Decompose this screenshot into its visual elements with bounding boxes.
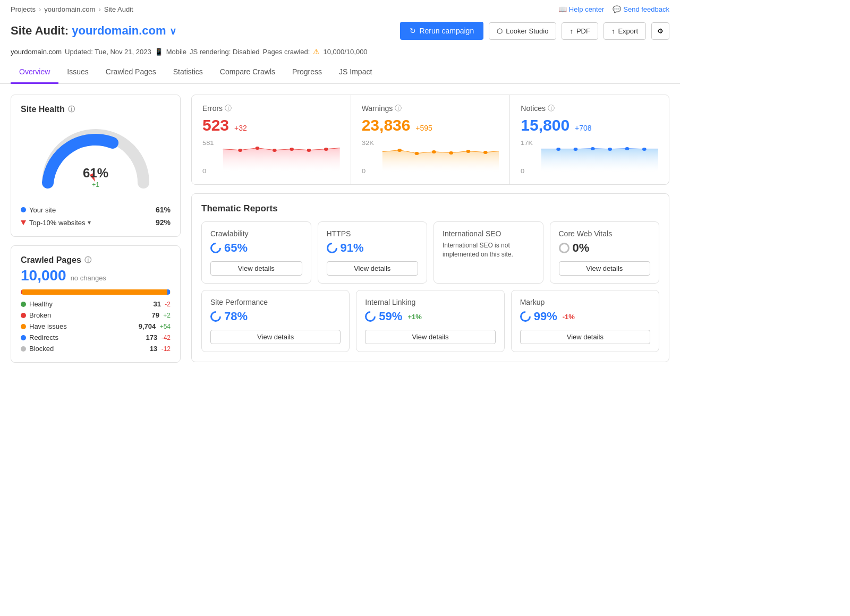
errors-card: Errors ⓘ 523 +32 581: [192, 95, 351, 184]
pb-blocked: [170, 289, 171, 295]
cl-healthy: Healthy 31 -2: [21, 300, 171, 308]
crawled-progress-bar: [21, 289, 171, 295]
main-content: Site Health ⓘ 61% +1: [0, 84, 680, 373]
warnings-value: 23,836: [362, 116, 411, 134]
svg-text:0: 0: [202, 168, 206, 174]
site-health-info-icon[interactable]: ⓘ: [68, 105, 75, 114]
errors-info-icon[interactable]: ⓘ: [225, 104, 232, 113]
markup-view-details-button[interactable]: View details: [520, 330, 650, 344]
core-web-vitals-circle-icon: [559, 243, 570, 253]
right-column: Errors ⓘ 523 +32 581: [191, 95, 669, 363]
domain-dropdown-icon[interactable]: ∨: [169, 26, 176, 37]
https-view-details-button[interactable]: View details: [327, 261, 419, 276]
markup-circle-icon: [518, 309, 533, 324]
internal-linking-circle-icon: [363, 309, 378, 324]
gauge-legend: Your site 61% Top-10% websites ▾ 92%: [21, 206, 171, 227]
export-button[interactable]: ↑ Export: [604, 22, 646, 40]
svg-point-19: [466, 150, 470, 153]
left-column: Site Health ⓘ 61% +1: [11, 95, 181, 363]
svg-point-24: [557, 148, 561, 151]
crawled-count-value: 10,000: [21, 267, 66, 284]
navigation-tabs: Overview Issues Crawled Pages Statistics…: [0, 61, 680, 84]
svg-point-8: [273, 149, 277, 152]
crawlability-circle-icon: [208, 241, 223, 255]
notices-card: Notices ⓘ 15,800 +708: [510, 95, 669, 184]
help-center-link[interactable]: 📖 Help center: [558, 5, 604, 13]
svg-text:17K: 17K: [521, 140, 533, 146]
notices-value: 15,800: [521, 116, 570, 134]
svg-point-16: [414, 152, 419, 155]
pb-issues: [22, 289, 167, 295]
svg-point-15: [397, 149, 402, 152]
redirects-dot: [21, 335, 26, 340]
looker-studio-button[interactable]: ⬡ Looker Studio: [489, 22, 556, 40]
export-icon: ↑: [611, 27, 615, 35]
thematic-grid-row2: Site Performance 78% View details Intern…: [201, 290, 659, 352]
tab-overview[interactable]: Overview: [11, 61, 58, 84]
warning-icon: ⚠: [313, 47, 320, 56]
top10-dropdown-icon[interactable]: ▾: [88, 219, 91, 226]
tab-issues[interactable]: Issues: [58, 61, 97, 84]
top10-triangle-icon: [21, 220, 26, 225]
svg-point-10: [307, 149, 311, 152]
crawlability-view-details-button[interactable]: View details: [210, 261, 302, 276]
crawled-no-changes: no changes: [71, 274, 106, 282]
tab-js-impact[interactable]: JS Impact: [330, 61, 380, 84]
svg-text:32K: 32K: [362, 140, 374, 146]
have-issues-dot: [21, 324, 26, 329]
device-icon: 📱: [155, 48, 163, 56]
settings-button[interactable]: ⚙: [651, 22, 669, 40]
notices-info-icon[interactable]: ⓘ: [548, 104, 555, 113]
notices-chart: 17K 0: [521, 139, 658, 176]
pdf-button[interactable]: ↑ PDF: [562, 22, 598, 40]
breadcrumb: Projects › yourdomain.com › Site Audit 📖…: [0, 0, 680, 19]
crawled-pages-title: Crawled Pages: [21, 255, 81, 265]
thematic-internal-linking: Internal Linking 59% +1% View details: [356, 290, 504, 352]
site-health-card: Site Health ⓘ 61% +1: [11, 95, 181, 237]
internal-linking-view-details-button[interactable]: View details: [365, 330, 495, 344]
cl-have-issues: Have issues 9,704 +54: [21, 322, 171, 330]
svg-point-28: [625, 147, 630, 150]
tab-crawled-pages[interactable]: Crawled Pages: [97, 61, 165, 84]
thematic-grid-row1: Crawlability 65% View details HTTPS 91% …: [201, 221, 659, 284]
book-icon: 📖: [558, 5, 567, 13]
errors-change: +32: [234, 124, 247, 132]
svg-text:61%: 61%: [83, 166, 108, 180]
blocked-dot: [21, 346, 26, 352]
cl-blocked: Blocked 13 -12: [21, 345, 171, 353]
svg-point-18: [449, 151, 453, 155]
svg-text:+1: +1: [92, 181, 99, 189]
errors-value: 523: [202, 116, 229, 134]
site-performance-view-details-button[interactable]: View details: [210, 330, 341, 344]
tab-progress[interactable]: Progress: [284, 61, 330, 84]
page-header: Site Audit: yourdomain.com ∨ ↻ Rerun cam…: [0, 19, 680, 45]
send-feedback-link[interactable]: 💬 Send feedback: [613, 5, 669, 13]
svg-text:0: 0: [521, 168, 524, 174]
looker-icon: ⬡: [497, 27, 503, 35]
warnings-change: +595: [415, 124, 432, 132]
svg-point-9: [290, 148, 294, 151]
thematic-crawlability: Crawlability 65% View details: [201, 221, 311, 284]
core-web-vitals-view-details-button[interactable]: View details: [559, 261, 651, 276]
thematic-reports-card: Thematic Reports Crawlability 65% View d…: [191, 193, 669, 362]
https-circle-icon: [324, 241, 339, 255]
svg-text:0: 0: [362, 168, 366, 174]
tab-compare-crawls[interactable]: Compare Crawls: [211, 61, 284, 84]
rerun-campaign-button[interactable]: ↻ Rerun campaign: [400, 22, 483, 40]
svg-point-6: [238, 149, 242, 152]
breadcrumb-page: Site Audit: [104, 5, 133, 13]
cl-broken: Broken 79 +2: [21, 311, 171, 319]
svg-point-7: [256, 147, 260, 150]
page-title: Site Audit: yourdomain.com ∨: [11, 24, 176, 38]
breadcrumb-projects[interactable]: Projects: [11, 5, 36, 13]
tab-statistics[interactable]: Statistics: [165, 61, 211, 84]
legend-top10: Top-10% websites ▾ 92%: [21, 218, 171, 227]
legend-your-site: Your site 61%: [21, 206, 171, 214]
breadcrumb-domain[interactable]: yourdomain.com: [44, 5, 95, 13]
warnings-info-icon[interactable]: ⓘ: [395, 104, 402, 113]
svg-text:581: 581: [202, 140, 214, 146]
thematic-reports-title: Thematic Reports: [201, 203, 659, 214]
gauge-chart: 61% +1: [21, 116, 171, 201]
gear-icon: ⚙: [657, 27, 664, 35]
crawled-pages-info-icon[interactable]: ⓘ: [84, 255, 91, 265]
